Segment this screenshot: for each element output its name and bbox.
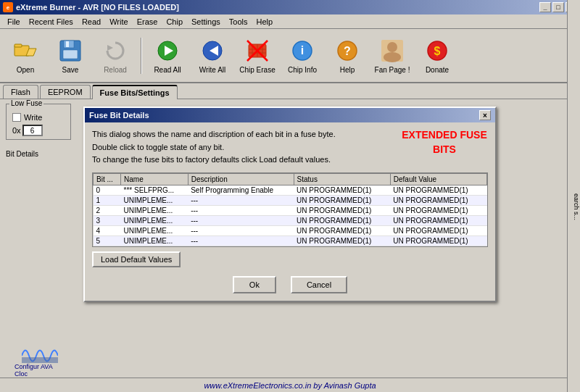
table-cell-0-4: UN PROGRAMMED(1)	[390, 185, 486, 195]
table-cell-5-4: UN PROGRAMMED(1)	[390, 235, 486, 246]
reload-label: Reload	[104, 66, 127, 74]
table-cell-4-0: 4	[94, 225, 121, 235]
table-cell-4-4: UN PROGRAMMED(1)	[390, 225, 486, 235]
svg-marker-7	[107, 45, 113, 51]
table-cell-3-2: ---	[188, 215, 294, 225]
dialog-info: This dialog shows the name and discripti…	[92, 128, 394, 167]
save-button[interactable]: Save	[49, 33, 91, 78]
table-cell-1-4: UN PROGRAMMED(1)	[390, 195, 486, 205]
toolbar-separator-1	[141, 38, 142, 74]
title-bar: e eXtreme Burner - AVR [NO FILES LOADED]…	[0, 0, 580, 14]
ok-button[interactable]: Ok	[233, 276, 276, 293]
reload-icon	[102, 38, 128, 64]
col-bit: Bit ...	[94, 173, 121, 185]
menu-read[interactable]: Read	[78, 16, 105, 28]
col-default: Default Value	[390, 173, 486, 185]
table-cell-4-2: ---	[188, 225, 294, 235]
table-cell-1-1: UNIMPLEME...	[121, 195, 188, 205]
table-cell-2-1: UNIMPLEME...	[121, 205, 188, 215]
chip-erase-label: Chip Erase	[239, 66, 275, 74]
menu-chip[interactable]: Chip	[162, 16, 187, 28]
tab-bar: Flash EEPROM Fuse Bits/Settings	[0, 83, 580, 99]
table-cell-3-3: UN PROGRAMMED(1)	[294, 215, 390, 225]
svg-rect-5	[63, 50, 78, 59]
help-label: Help	[340, 66, 355, 74]
table-wrapper: Bit ... Name Description Status Default …	[92, 172, 488, 247]
fan-page-button[interactable]: Fan Page !	[371, 33, 413, 78]
menu-bar: File Recent Files Read Write Erase Chip …	[0, 14, 580, 29]
donate-label: Donate	[426, 66, 449, 74]
svg-point-25	[387, 42, 397, 52]
tab-fuse-bits[interactable]: Fuse Bits/Settings	[92, 85, 178, 99]
svg-rect-6	[66, 41, 69, 47]
menu-file[interactable]: File	[3, 16, 25, 28]
table-cell-1-3: UN PROGRAMMED(1)	[294, 195, 390, 205]
read-all-button[interactable]: Read All	[146, 33, 188, 78]
table-row[interactable]: 2UNIMPLEME...---UN PROGRAMMED(1)UN PROGR…	[94, 205, 487, 215]
table-cell-5-2: ---	[188, 235, 294, 246]
svg-text:i: i	[301, 44, 304, 57]
help-icon: ?	[334, 38, 360, 64]
main-content: Low Fuse Write 0x 6 Bit Details Configur…	[0, 99, 580, 392]
minimize-button[interactable]: _	[539, 2, 551, 12]
menu-tools[interactable]: Tools	[225, 16, 252, 28]
table-cell-0-3: UN PROGRAMMED(1)	[294, 185, 390, 195]
open-label: Open	[17, 66, 34, 74]
table-cell-5-1: UNIMPLEME...	[121, 235, 188, 246]
table-row[interactable]: 3UNIMPLEME...---UN PROGRAMMED(1)UN PROGR…	[94, 215, 487, 225]
svg-text:$: $	[434, 45, 441, 57]
load-default-button[interactable]: Load Default Values	[92, 251, 181, 267]
help-button[interactable]: ? Help	[326, 33, 368, 78]
menu-recent-files[interactable]: Recent Files	[25, 16, 78, 28]
chip-info-icon: i	[289, 38, 315, 64]
fuse-table-container[interactable]: Bit ... Name Description Status Default …	[93, 173, 487, 246]
chip-erase-icon	[244, 38, 270, 64]
menu-help[interactable]: Help	[252, 16, 277, 28]
donate-icon: $	[424, 38, 450, 64]
table-cell-5-3: UN PROGRAMMED(1)	[294, 235, 390, 246]
table-row[interactable]: 4UNIMPLEME...---UN PROGRAMMED(1)UN PROGR…	[94, 225, 487, 235]
table-cell-3-0: 3	[94, 215, 121, 225]
menu-write[interactable]: Write	[105, 16, 132, 28]
fuse-bits-table: Bit ... Name Description Status Default …	[93, 173, 487, 246]
donate-button[interactable]: $ Donate	[416, 33, 458, 78]
chip-erase-button[interactable]: Chip Erase	[236, 33, 278, 78]
maximize-button[interactable]: □	[552, 2, 564, 12]
open-icon	[12, 38, 38, 64]
save-label: Save	[62, 66, 79, 74]
bottom-text: www.eXtremeElectronics.co.in by Avinash …	[204, 381, 376, 390]
svg-text:?: ?	[344, 45, 351, 57]
table-cell-0-2: Self Programming Enable	[188, 185, 294, 195]
fan-page-icon	[379, 38, 405, 64]
fuse-bit-details-dialog: Fuse Bit Details × This dialog shows the…	[83, 107, 497, 302]
dialog-info-line2: Double click to toggle state of any bit.	[92, 141, 394, 154]
table-row[interactable]: 1UNIMPLEME...---UN PROGRAMMED(1)UN PROGR…	[94, 195, 487, 205]
dialog-info-line1: This dialog shows the name and discripti…	[92, 128, 394, 141]
reload-button[interactable]: Reload	[94, 33, 136, 78]
menu-erase[interactable]: Erase	[133, 16, 162, 28]
open-button[interactable]: Open	[4, 33, 46, 78]
menu-settings[interactable]: Settings	[187, 16, 225, 28]
col-description: Description	[188, 173, 294, 185]
table-cell-4-3: UN PROGRAMMED(1)	[294, 225, 390, 235]
tab-eeprom[interactable]: EEPROM	[40, 85, 91, 99]
table-cell-1-2: ---	[188, 195, 294, 205]
table-cell-0-1: *** SELFPRG...	[121, 185, 188, 195]
right-panel: earch s...	[567, 0, 580, 392]
chip-info-button[interactable]: i Chip Info	[281, 33, 323, 78]
load-default-row: Load Default Values	[85, 247, 495, 272]
dialog-info-line3: To change the fuse bits to factory defau…	[92, 154, 394, 167]
write-all-button[interactable]: Write All	[191, 33, 233, 78]
table-row[interactable]: 0*** SELFPRG...Self Programming EnableUN…	[94, 185, 487, 195]
read-all-icon	[154, 38, 181, 64]
svg-rect-1	[14, 44, 22, 47]
svg-point-26	[384, 52, 401, 62]
tab-flash[interactable]: Flash	[3, 85, 38, 99]
table-cell-0-0: 0	[94, 185, 121, 195]
table-row[interactable]: 5UNIMPLEME...---UN PROGRAMMED(1)UN PROGR…	[94, 235, 487, 246]
dialog-close-button[interactable]: ×	[479, 110, 491, 120]
table-cell-4-1: UNIMPLEME...	[121, 225, 188, 235]
cancel-button[interactable]: Cancel	[291, 276, 347, 293]
table-cell-3-1: UNIMPLEME...	[121, 215, 188, 225]
toolbar: Open Save Reload	[0, 29, 580, 83]
